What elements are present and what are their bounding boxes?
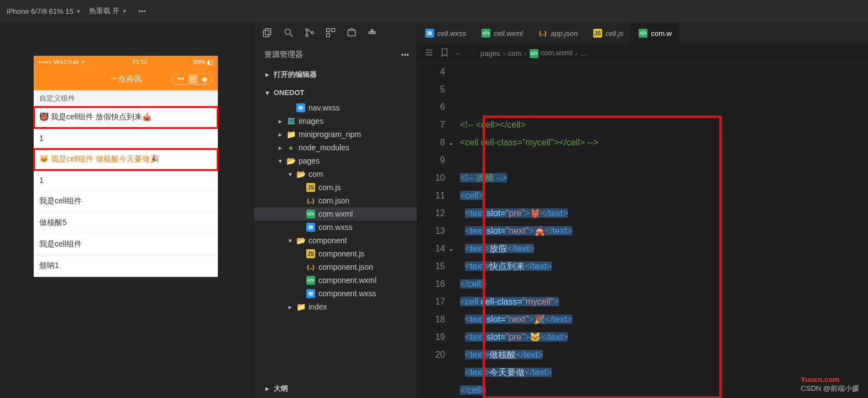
extensions-icon[interactable] xyxy=(325,27,336,40)
svg-rect-10 xyxy=(348,30,355,35)
editor-tab[interactable]: cell.wxml xyxy=(474,22,531,44)
preview-cell[interactable]: 1 xyxy=(34,170,218,191)
json-icon xyxy=(306,196,315,205)
section-title: 自定义组件 xyxy=(34,90,218,107)
code-editor[interactable]: 45678⌄91011121314⌄151617181920 <!-- <cel… xyxy=(417,63,868,398)
tab-bar: cell.wxsscell.wxmlapp.jsoncell.jscom.w xyxy=(417,22,868,44)
preview-cell[interactable]: 👹 我是cell组件 放假快点到来🎪 xyxy=(34,107,218,128)
tree-item[interactable]: nav.wxss xyxy=(254,101,417,114)
json-icon xyxy=(538,29,547,38)
svg-rect-1 xyxy=(264,30,269,36)
breadcrumb-item[interactable]: ... xyxy=(581,49,587,57)
svg-point-2 xyxy=(285,29,290,34)
js-icon xyxy=(593,29,602,38)
breadcrumb-item[interactable]: pages xyxy=(480,49,500,57)
tree-item[interactable]: com.wxml xyxy=(254,207,417,221)
forward-icon[interactable]: → xyxy=(468,49,475,57)
docker-icon[interactable] xyxy=(367,27,378,40)
wxss-icon xyxy=(296,103,305,112)
svg-rect-7 xyxy=(327,28,330,32)
editor-tab[interactable]: app.json xyxy=(531,22,585,44)
nav-bar: 一点咨讯 •••◉ xyxy=(34,68,218,90)
search-icon[interactable] xyxy=(283,27,294,40)
folder-icon xyxy=(296,302,305,311)
editor-tab[interactable]: cell.wxss xyxy=(417,22,474,44)
box-icon[interactable] xyxy=(346,27,357,40)
tree-item[interactable]: component.wxss xyxy=(254,287,417,300)
tree-item[interactable]: ▼component xyxy=(254,234,417,247)
files-icon[interactable] xyxy=(262,27,273,40)
preview-cell[interactable]: 做核酸5 xyxy=(34,212,218,234)
list-icon[interactable] xyxy=(424,48,434,59)
tree-item[interactable]: ▼pages xyxy=(254,154,417,167)
project-section[interactable]: ▼ONEDOT xyxy=(254,84,417,101)
status-time: 21:52 xyxy=(132,59,148,65)
simulator-panel: ••••• WeChat ᯤ 21:52 99% ▮▯ 一点咨讯 •••◉ 自定… xyxy=(0,22,254,398)
more-icon[interactable]: ••• xyxy=(138,7,146,15)
folder-open-icon xyxy=(286,156,295,165)
wifi-icon: ᯤ xyxy=(81,59,87,65)
json-icon xyxy=(306,263,315,271)
svg-rect-8 xyxy=(332,28,335,32)
outline-section[interactable]: ►大纲 xyxy=(254,379,417,398)
wxss-icon xyxy=(306,223,315,232)
svg-rect-11 xyxy=(369,32,370,33)
watermark: Yuucn.com CSDN @前端小媛 xyxy=(801,375,859,394)
breadcrumb-bar: ← → pagescomcom.wxml... xyxy=(417,44,868,63)
svg-rect-9 xyxy=(327,33,330,36)
back-icon[interactable]: ← xyxy=(455,49,462,57)
img-icon xyxy=(286,117,295,125)
breadcrumbs[interactable]: pagescomcom.wxml... xyxy=(480,49,587,58)
tree-item[interactable]: ►index xyxy=(254,300,417,313)
preview-cell[interactable]: 我是cell组件 xyxy=(34,234,218,255)
folder-open-icon xyxy=(296,236,305,245)
capsule-button[interactable]: •••◉ xyxy=(172,74,212,85)
folder-open-icon xyxy=(296,170,305,179)
explorer-toolbar xyxy=(254,22,417,44)
tree-item[interactable]: com.js xyxy=(254,181,417,194)
preview-cell[interactable]: 我是cell组件 xyxy=(34,191,218,212)
svg-point-6 xyxy=(311,31,313,33)
tree-item[interactable]: com.json xyxy=(254,194,417,207)
device-selector[interactable]: iPhone 6/7/8 61% 15▼ xyxy=(7,7,81,15)
tree-item[interactable]: ►images xyxy=(254,114,417,128)
tree-item[interactable]: component.wxml xyxy=(254,274,417,287)
green-icon xyxy=(286,143,295,152)
svg-point-5 xyxy=(306,34,308,36)
explorer-panel: 资源管理器 ••• ►打开的编辑器 ▼ONEDOT nav.wxss►image… xyxy=(254,22,417,398)
git-icon[interactable] xyxy=(304,27,315,40)
svg-rect-0 xyxy=(265,28,271,35)
preview-cell[interactable]: 烦呐1 xyxy=(34,255,218,277)
phone-preview: ••••• WeChat ᯤ 21:52 99% ▮▯ 一点咨讯 •••◉ 自定… xyxy=(33,55,218,277)
nav-title: 一点咨讯 xyxy=(111,74,142,84)
fold-icon[interactable]: ⌄ xyxy=(447,134,454,151)
more-icon[interactable]: ••• xyxy=(401,50,409,59)
editor-tab[interactable]: com.w xyxy=(631,22,679,44)
breadcrumb-item[interactable]: com xyxy=(508,49,522,57)
tree-item[interactable]: com.wxss xyxy=(254,221,417,234)
tree-item[interactable]: ►node_modules xyxy=(254,141,417,154)
wxml-icon xyxy=(306,210,315,218)
tree-item[interactable]: component.js xyxy=(254,247,417,260)
tree-item[interactable]: ►miniprogram_npm xyxy=(254,128,417,141)
wxml-icon xyxy=(639,29,647,38)
wxml-icon xyxy=(482,29,490,38)
fold-icon[interactable]: ⌄ xyxy=(447,240,454,258)
wxml-icon xyxy=(306,276,315,285)
tree-item[interactable]: component.json xyxy=(254,260,417,274)
svg-rect-14 xyxy=(372,29,373,31)
preview-cell[interactable]: 🐱 我是cell组件 做核酸今天要做🎉 xyxy=(34,149,218,170)
battery-icon: ▮▯ xyxy=(207,59,213,65)
status-bar: ••••• WeChat ᯤ 21:52 99% ▮▯ xyxy=(34,56,218,68)
hot-reload-toggle[interactable]: 热重载 开▼ xyxy=(89,6,128,16)
editor-tab[interactable]: cell.js xyxy=(585,22,631,44)
bookmark-icon[interactable] xyxy=(440,48,449,59)
explorer-header: 资源管理器 ••• xyxy=(254,44,417,65)
tree-item[interactable]: ▼com xyxy=(254,167,417,181)
open-editors-section[interactable]: ►打开的编辑器 xyxy=(254,65,417,84)
breadcrumb-item[interactable]: com.wxml xyxy=(530,49,573,58)
svg-rect-12 xyxy=(372,32,373,33)
svg-rect-13 xyxy=(374,32,375,33)
svg-line-3 xyxy=(290,34,293,36)
preview-cell[interactable]: 1 xyxy=(34,128,218,149)
